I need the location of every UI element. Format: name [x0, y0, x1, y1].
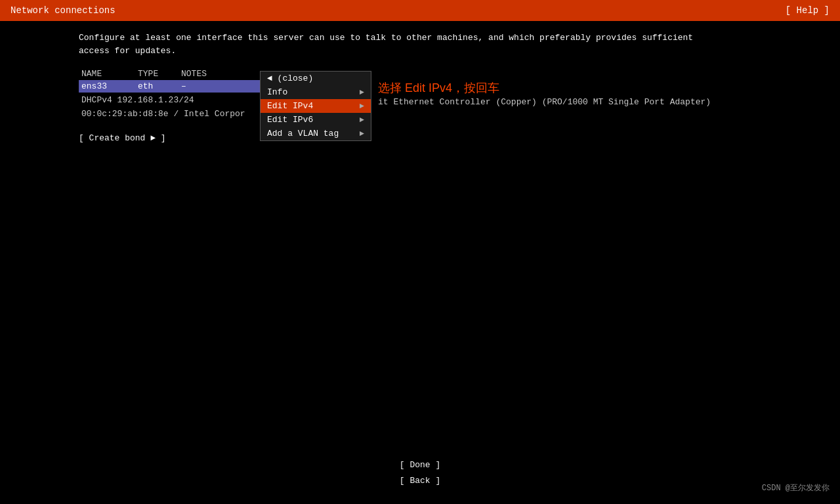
- menu-item-info[interactable]: Info ►: [261, 85, 371, 99]
- menu-item-add-vlan[interactable]: Add a VLAN tag ►: [261, 127, 371, 140]
- menu-item-add-vlan-label: Add a VLAN tag: [267, 129, 339, 138]
- row-details: DHCPv4 192.168.1.23/24 00:0c:29:ab:d8:8e…: [79, 93, 262, 123]
- menu-item-close[interactable]: ◄ (close): [261, 72, 371, 85]
- menu-item-edit-ipv6[interactable]: Edit IPv6 ►: [261, 113, 371, 127]
- menu-item-edit-ipv4-label: Edit IPv4: [267, 101, 313, 111]
- done-button[interactable]: [ Done ]: [400, 457, 440, 472]
- menu-item-add-vlan-arrow: ►: [360, 129, 364, 138]
- watermark: CSDN @至尔发发你: [762, 482, 830, 494]
- create-bond-button[interactable]: [ Create bond ► ]: [79, 133, 262, 143]
- menu-item-edit-ipv6-label: Edit IPv6: [267, 115, 313, 125]
- context-menu: ◄ (close) Info ► Edit IPv4 ► Edit IPv6 ►…: [260, 71, 371, 141]
- row-notes: –: [181, 81, 220, 91]
- row-detail-dhcp: DHCPv4 192.168.1.23/24: [81, 94, 260, 108]
- menu-item-edit-ipv4[interactable]: Edit IPv4 ►: [261, 99, 371, 113]
- help-button[interactable]: [ Help ]: [786, 5, 830, 16]
- menu-item-close-label: ◄ (close): [267, 74, 313, 83]
- col-header-type: TYPE: [138, 69, 171, 79]
- back-button[interactable]: [ Back ]: [400, 473, 440, 488]
- menu-item-edit-ipv4-arrow: ►: [360, 102, 364, 111]
- row-type: eth: [138, 81, 171, 91]
- network-table: NAME TYPE NOTES ens33 eth – DHCPv4 192.1…: [79, 68, 262, 143]
- menu-item-info-arrow: ►: [360, 88, 364, 97]
- menu-item-info-label: Info: [267, 87, 287, 97]
- row-detail-mac: 00:0c:29:ab:d8:8e / Intel Corpor: [81, 108, 260, 121]
- menu-item-edit-ipv6-arrow: ►: [360, 116, 364, 125]
- topbar: Network connections [ Help ]: [0, 0, 840, 21]
- col-header-name: NAME: [81, 69, 127, 79]
- bottom-buttons: [ Done ] [ Back ]: [400, 457, 440, 488]
- table-header: NAME TYPE NOTES: [79, 68, 262, 80]
- topbar-title: Network connections: [10, 5, 116, 16]
- annotation-sub: it Ethernet Controller (Copper) (PRO/100…: [378, 97, 711, 107]
- col-header-notes: NOTES: [181, 69, 220, 79]
- annotation-main: 选择 Edit IPv4，按回车: [378, 80, 499, 96]
- description-text: Configure at least one interface this se…: [79, 32, 761, 57]
- table-row[interactable]: ens33 eth –: [79, 80, 262, 93]
- row-name: ens33: [81, 81, 127, 91]
